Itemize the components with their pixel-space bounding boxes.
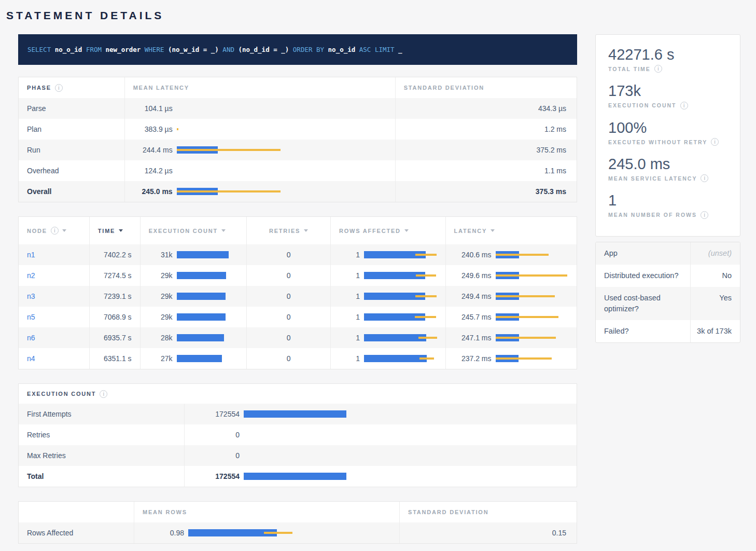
node-link[interactable]: n2 — [27, 271, 35, 280]
info-icon[interactable] — [701, 211, 708, 219]
rows-affected-cell: 1 — [331, 327, 446, 348]
stat-label: MEAN NUMBER OF ROWS — [608, 211, 727, 219]
stddev-whisker-bar — [416, 274, 436, 277]
sql-keyword: ASC LIMIT — [359, 46, 395, 53]
statement-attributes-card: App (unset) Distributed execution? No Us… — [595, 242, 740, 343]
info-icon[interactable] — [711, 138, 719, 146]
rows-affected-column-header[interactable]: ROWS AFFECTED — [331, 217, 446, 244]
execution-count-bar — [244, 473, 568, 480]
stddev-whisker-bar — [415, 316, 436, 318]
latency-bar — [496, 313, 569, 321]
rows-affected-label: Rows Affected — [19, 522, 134, 543]
stddev-whisker-bar — [177, 149, 281, 151]
retries-column-header[interactable]: RETRIES — [247, 217, 331, 244]
info-icon[interactable] — [654, 65, 662, 73]
info-icon[interactable] — [680, 102, 688, 109]
latency-bar — [496, 272, 569, 279]
empty-header-cell — [19, 502, 134, 522]
latency-column-header[interactable]: LATENCY — [446, 217, 577, 244]
latency-header-label: LATENCY — [454, 228, 487, 234]
info-icon[interactable] — [55, 84, 63, 92]
node-column-header[interactable]: NODE — [19, 217, 90, 244]
execution-count-value: 29k — [149, 271, 173, 280]
mean-bar — [177, 313, 226, 321]
time-cell: 7068.9 s — [90, 307, 141, 327]
retries-header-label: RETRIES — [269, 228, 300, 234]
table-row: Max Retries 0 — [19, 445, 577, 466]
mean-latency-cell: 245.0 ms — [125, 181, 396, 202]
latency-value: 247.1 ms — [454, 334, 492, 342]
attribute-row-distributed-execution: Distributed execution? No — [596, 265, 740, 287]
node-link[interactable]: n6 — [27, 334, 35, 342]
stat-label: TOTAL TIME — [608, 65, 727, 73]
sql-keyword: WHERE — [145, 46, 164, 53]
time-cell: 6935.7 s — [90, 327, 141, 348]
sort-caret-icon[interactable] — [491, 229, 495, 232]
stddev-whisker-bar — [177, 190, 281, 192]
table-row: Run 244.4 ms 375.2 ms — [19, 140, 577, 160]
info-icon[interactable] — [100, 390, 107, 398]
sql-statement-box: SELECT no_o_id FROM new_order WHERE (no_… — [18, 34, 577, 65]
latency-bar — [496, 293, 569, 300]
rows-affected-value: 1 — [339, 313, 360, 321]
info-icon[interactable] — [51, 227, 59, 235]
rows-affected-cell: 1 — [331, 244, 446, 265]
mean-latency-cell: 104.1 µs — [125, 98, 396, 119]
time-cell: 7274.5 s — [90, 265, 141, 286]
stddev-whisker-bar — [496, 254, 549, 256]
stddev-whisker-bar — [496, 316, 558, 318]
mean-rows-bar — [188, 529, 391, 536]
rows-affected-bar — [364, 251, 437, 258]
table-row: n4 6351.1 s 27k 0 1 237.2 ms — [19, 348, 577, 369]
stddev-whisker-bar — [415, 295, 437, 297]
table-row: Retries 0 — [19, 424, 577, 445]
sql-statement: SELECT no_o_id FROM new_order WHERE (no_… — [27, 46, 402, 53]
time-column-header[interactable]: TIME — [90, 217, 141, 244]
stddev-whisker-bar — [419, 357, 434, 360]
sql-identifier: new_order — [106, 46, 141, 53]
stddev-whisker-bar — [496, 274, 567, 277]
node-link[interactable]: n3 — [27, 292, 35, 300]
attribute-value: No — [690, 265, 740, 287]
sql-keyword: SELECT — [27, 46, 51, 53]
node-link[interactable]: n1 — [27, 251, 35, 259]
stddev-whisker-bar — [496, 295, 555, 297]
sort-caret-icon[interactable] — [221, 229, 226, 232]
node-link[interactable]: n4 — [27, 354, 35, 363]
mean-bar — [364, 355, 427, 362]
execution-count-value: 27k — [149, 354, 173, 363]
node-link[interactable]: n5 — [27, 313, 35, 321]
rows-affected-bar — [364, 293, 437, 300]
execution-count-cell: 31k — [141, 244, 247, 265]
sort-caret-icon[interactable] — [404, 229, 409, 232]
std-deviation-column-header: STANDARD DEVIATION — [396, 77, 577, 98]
execution-count-column-header[interactable]: EXECUTION COUNT — [141, 217, 247, 244]
attribute-value: 3k of 173k — [690, 320, 740, 342]
sql-identifier: (no_w_id = _) — [168, 46, 219, 53]
sql-identifier: _ — [398, 46, 402, 53]
exec-row-value: 172554 — [193, 410, 240, 418]
phase-label: Run — [19, 140, 125, 160]
attribute-value: Yes — [690, 287, 740, 320]
std-deviation-value: 1.1 ms — [396, 160, 577, 181]
rows-affected-bar — [364, 334, 437, 341]
execution-count-value: 31k — [149, 251, 173, 259]
stddev-whisker-bar — [496, 337, 556, 339]
sort-caret-icon[interactable] — [119, 229, 123, 232]
exec-row-value-cell: 172554 — [185, 466, 577, 487]
latency-bar — [496, 251, 569, 258]
sort-caret-icon[interactable] — [62, 229, 66, 232]
mean-latency-cell: 124.2 µs — [125, 160, 396, 181]
sort-caret-icon[interactable] — [304, 229, 308, 232]
rows-affected-cell: 1 — [331, 286, 446, 307]
stddev-whisker-bar — [415, 254, 437, 256]
time-cell: 6351.1 s — [90, 348, 141, 369]
mean-rows-header-label: MEAN ROWS — [143, 509, 187, 515]
node-cell: n2 — [19, 265, 90, 286]
execution-count-cell: 29k — [141, 307, 247, 327]
std-deviation-value: 375.3 ms — [396, 181, 577, 202]
attribute-value: (unset) — [690, 242, 740, 265]
mean-bar — [177, 272, 226, 279]
sql-keyword: FROM — [86, 46, 102, 53]
info-icon[interactable] — [701, 174, 708, 182]
